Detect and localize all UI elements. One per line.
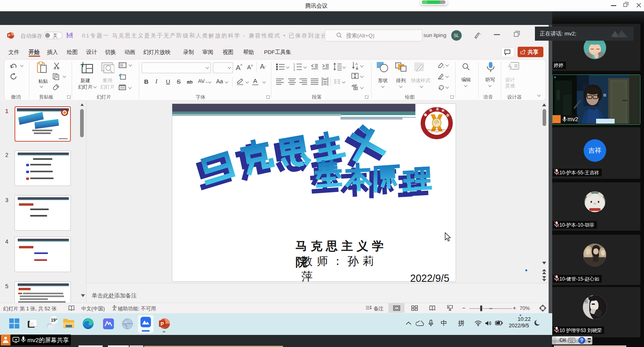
svg-text:3: 3	[293, 68, 295, 71]
svg-text:P: P	[8, 33, 10, 37]
svg-text:A: A	[355, 62, 358, 66]
svg-text:19°: 19°	[51, 318, 58, 322]
svg-text:?: ?	[115, 306, 117, 309]
svg-text:1: 1	[293, 63, 295, 66]
svg-text:2: 2	[293, 66, 295, 68]
svg-text:P: P	[161, 321, 164, 327]
